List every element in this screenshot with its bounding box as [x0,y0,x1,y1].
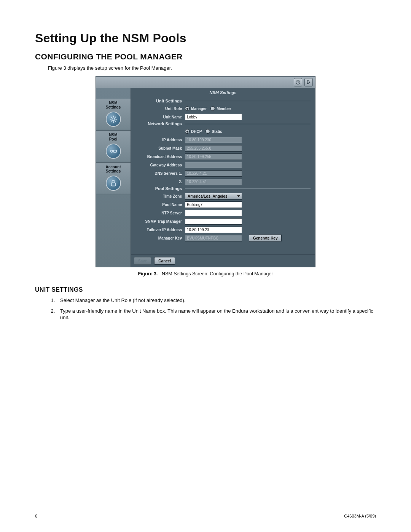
ntp-server-label: NTP Server [135,211,185,215]
chevron-down-icon [237,195,240,197]
section-heading: CONFIGURING THE POOL MANAGER [35,52,376,61]
time-zone-label: Time Zone [135,194,185,198]
pool-name-input[interactable] [185,201,242,208]
manager-key-input [185,235,242,241]
svg-line-8 [115,121,116,122]
document-page: Setting Up the NSM Pools CONFIGURING THE… [0,0,411,532]
pool-name-label: Pool Name [135,203,185,207]
dns2-label: 2. [135,180,185,184]
page-number: 6 [35,514,37,518]
subnet-mask-label: Subnet Mask [135,146,185,150]
unit-role-label: Unit Role [135,107,185,111]
sidebar-item-label: Account [106,165,121,169]
doc-code: C4603M-A (5/09) [344,514,376,518]
unit-role-member-radio[interactable]: Member [210,106,231,111]
broadcast-address-label: Broadcast Address [135,155,185,159]
save-button: Save [134,257,151,265]
svg-rect-12 [113,150,116,152]
button-bar: Save Cancel [131,254,315,267]
generate-key-button[interactable]: Generate Key [249,234,282,242]
sidebar-item-label: Settings [96,169,131,173]
sidebar-item-account-settings[interactable]: Account Settings [96,162,131,194]
panel-title: NSM Settings [131,88,315,96]
cancel-button[interactable]: Cancel [154,257,175,265]
sidebar: NSM Settings NSM Pool Acco [96,88,131,267]
settings-panel: NSM Settings Unit Settings Unit Role Man… [131,88,315,267]
ip-address-input [185,137,242,143]
sidebar-item-label: NSM [109,101,117,105]
gateway-address-input [185,162,242,168]
unit-name-input[interactable] [185,114,242,120]
ip-address-label: IP Address [135,138,185,142]
subsection-heading: UNIT SETTINGS [35,286,376,293]
intro-text: Figure 3 displays the setup screen for t… [48,65,376,71]
sidebar-item-nsm-settings[interactable]: NSM Settings [96,99,131,130]
failover-ip-input[interactable] [185,227,242,233]
time-zone-select[interactable]: America/Los_Angeles [185,193,242,200]
svg-point-2 [112,118,115,120]
failover-ip-label: Failover IP Address [135,228,185,232]
page-footer: 6 C4603M-A (5/09) [35,514,376,518]
sidebar-item-label: Pool [96,137,131,141]
sidebar-item-label: Settings [96,105,131,109]
manager-key-label: Manager Key [135,236,185,240]
group-header-label: Pool Settings [135,186,182,191]
gateway-address-label: Gateway Address [135,163,185,167]
sidebar-item-nsm-pool[interactable]: NSM Pool [96,130,131,162]
sidebar-item-label: NSM [109,133,117,137]
group-header-label: Unit Settings [135,99,182,103]
help-icon[interactable]: ? [294,78,302,86]
exit-icon[interactable] [304,78,313,86]
network-static-radio[interactable]: Static [206,129,222,134]
group-header-unit: Unit Settings [135,99,311,103]
figure-number: Figure 3. [138,271,158,276]
titlebar: ? [96,77,315,88]
unit-role-manager-radio[interactable]: Manager [185,106,207,111]
group-header-label: Network Settings [135,121,182,126]
network-dhcp-radio[interactable]: DHCP [185,129,202,134]
dns2-input [185,179,242,185]
figure-screenshot: ? NSM Settings NSM [35,76,376,276]
svg-text:?: ? [297,81,299,84]
page-title: Setting Up the NSM Pools [35,31,376,45]
group-header-pool: Pool Settings [135,186,311,191]
figure-caption-text: NSM Settings Screen: Configuring the Poo… [162,271,273,276]
dns1-input [185,170,242,177]
svg-point-11 [110,150,113,152]
group-header-network: Network Settings [135,121,311,126]
svg-line-7 [111,117,112,118]
gear-icon [106,112,121,127]
figure-caption: Figure 3. NSM Settings Screen: Configuri… [35,271,376,276]
svg-rect-13 [111,183,115,186]
list-item: Type a user-friendly name in the Unit Na… [56,308,376,321]
lock-icon [106,176,121,191]
dns1-label: DNS Servers 1. [135,171,185,176]
nsm-app-window: ? NSM Settings NSM [96,76,315,267]
steps-list: Select Manager as the Unit Role (if not … [35,297,376,321]
snmp-trap-manager-label: SNMP Trap Manager [135,219,185,224]
subnet-mask-input [185,145,242,152]
svg-line-10 [115,117,116,118]
broadcast-address-input [185,153,242,160]
svg-line-9 [111,121,112,122]
snmp-trap-manager-input[interactable] [185,218,242,225]
unit-name-label: Unit Name [135,115,185,119]
pool-icon [106,144,121,159]
list-item: Select Manager as the Unit Role (if not … [56,297,376,304]
ntp-server-input[interactable] [185,210,242,216]
